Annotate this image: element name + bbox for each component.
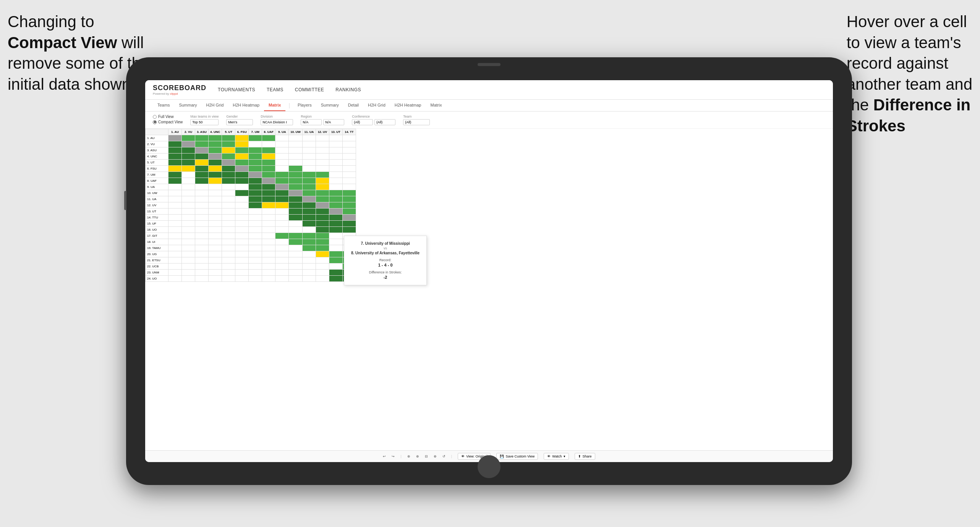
matrix-cell[interactable] [316, 202, 329, 209]
matrix-cell[interactable] [289, 245, 303, 251]
matrix-cell[interactable] [235, 160, 249, 166]
matrix-cell[interactable] [168, 202, 182, 209]
toolbar-zoom-minus[interactable]: ⊟ [425, 454, 428, 458]
matrix-cell[interactable] [316, 135, 329, 141]
matrix-cell[interactable] [235, 233, 249, 239]
matrix-cell[interactable] [195, 233, 209, 239]
max-teams-select[interactable]: Top 50 [190, 119, 219, 125]
team-select[interactable]: (All) [403, 119, 430, 125]
matrix-cell[interactable] [329, 209, 342, 215]
matrix-cell[interactable] [195, 202, 209, 209]
matrix-cell[interactable] [275, 196, 289, 202]
matrix-cell[interactable] [235, 264, 249, 270]
toolbar-zoom-fit[interactable]: ⊕ [416, 454, 419, 458]
matrix-cell[interactable] [302, 257, 316, 264]
matrix-cell[interactable] [249, 245, 262, 251]
matrix-cell[interactable] [289, 190, 303, 196]
matrix-cell[interactable] [182, 209, 195, 215]
sub-nav-players-matrix[interactable]: Matrix [426, 100, 446, 111]
matrix-cell[interactable] [262, 251, 275, 257]
matrix-cell[interactable] [329, 184, 342, 190]
matrix-cell[interactable] [262, 270, 275, 276]
matrix-cell[interactable] [275, 160, 289, 166]
matrix-cell[interactable] [222, 141, 235, 147]
matrix-cell[interactable] [249, 178, 262, 184]
matrix-cell[interactable] [302, 202, 316, 209]
matrix-cell[interactable] [316, 276, 329, 282]
matrix-cell[interactable] [329, 233, 342, 239]
matrix-cell[interactable] [168, 251, 182, 257]
matrix-cell[interactable] [249, 141, 262, 147]
matrix-cell[interactable] [168, 276, 182, 282]
matrix-cell[interactable] [249, 190, 262, 196]
matrix-cell[interactable] [275, 239, 289, 245]
sub-nav-players[interactable]: Players [293, 100, 316, 111]
matrix-cell[interactable] [195, 276, 209, 282]
matrix-cell[interactable] [249, 209, 262, 215]
matrix-cell[interactable] [316, 196, 329, 202]
matrix-cell[interactable] [249, 135, 262, 141]
matrix-cell[interactable] [222, 221, 235, 227]
conference-select1[interactable]: (All) [352, 119, 373, 125]
matrix-cell[interactable] [209, 227, 222, 233]
matrix-cell[interactable] [168, 221, 182, 227]
view-original-button[interactable]: 👁 View: Original [458, 453, 491, 460]
matrix-cell[interactable] [275, 251, 289, 257]
save-custom-button[interactable]: 💾 Save Custom View [496, 453, 538, 460]
matrix-cell[interactable] [182, 166, 195, 172]
nav-rankings[interactable]: RANKINGS [335, 87, 361, 92]
sub-nav-summary[interactable]: Summary [174, 100, 201, 111]
matrix-cell[interactable] [316, 251, 329, 257]
matrix-cell[interactable] [182, 135, 195, 141]
matrix-cell[interactable] [235, 135, 249, 141]
matrix-cell[interactable] [249, 166, 262, 172]
matrix-cell[interactable] [222, 166, 235, 172]
matrix-cell[interactable] [209, 245, 222, 251]
matrix-cell[interactable] [262, 190, 275, 196]
matrix-cell[interactable] [182, 233, 195, 239]
matrix-cell[interactable] [302, 141, 316, 147]
matrix-cell[interactable] [302, 184, 316, 190]
toolbar-undo[interactable]: ↩ [383, 454, 386, 458]
matrix-cell[interactable] [289, 251, 303, 257]
matrix-cell[interactable] [316, 154, 329, 160]
matrix-cell[interactable] [275, 184, 289, 190]
matrix-cell[interactable] [302, 270, 316, 276]
matrix-cell[interactable] [168, 178, 182, 184]
matrix-cell[interactable] [249, 239, 262, 245]
matrix-cell[interactable] [195, 141, 209, 147]
matrix-cell[interactable] [316, 239, 329, 245]
matrix-cell[interactable] [275, 172, 289, 178]
matrix-cell[interactable] [262, 160, 275, 166]
matrix-cell[interactable] [342, 135, 356, 141]
matrix-cell[interactable] [195, 245, 209, 251]
matrix-cell[interactable] [329, 196, 342, 202]
matrix-cell[interactable] [262, 141, 275, 147]
matrix-cell[interactable] [302, 160, 316, 166]
matrix-cell[interactable] [302, 264, 316, 270]
matrix-cell[interactable] [329, 141, 342, 147]
matrix-cell[interactable] [329, 257, 342, 264]
matrix-cell[interactable] [209, 154, 222, 160]
matrix-cell[interactable] [275, 215, 289, 221]
matrix-cell[interactable] [195, 178, 209, 184]
matrix-cell[interactable] [249, 251, 262, 257]
matrix-cell[interactable] [222, 233, 235, 239]
matrix-cell[interactable] [316, 160, 329, 166]
matrix-cell[interactable] [182, 160, 195, 166]
matrix-cell[interactable] [302, 190, 316, 196]
matrix-cell[interactable] [222, 160, 235, 166]
region-select1[interactable]: N/A [301, 119, 322, 125]
matrix-cell[interactable] [235, 196, 249, 202]
matrix-cell[interactable] [209, 172, 222, 178]
matrix-cell[interactable] [235, 209, 249, 215]
matrix-cell[interactable] [249, 270, 262, 276]
matrix-cell[interactable] [289, 166, 303, 172]
matrix-cell[interactable] [209, 196, 222, 202]
matrix-cell[interactable] [262, 147, 275, 154]
matrix-cell[interactable] [289, 233, 303, 239]
matrix-cell[interactable] [316, 233, 329, 239]
matrix-cell[interactable] [168, 172, 182, 178]
matrix-cell[interactable] [222, 215, 235, 221]
matrix-cell[interactable] [168, 257, 182, 264]
